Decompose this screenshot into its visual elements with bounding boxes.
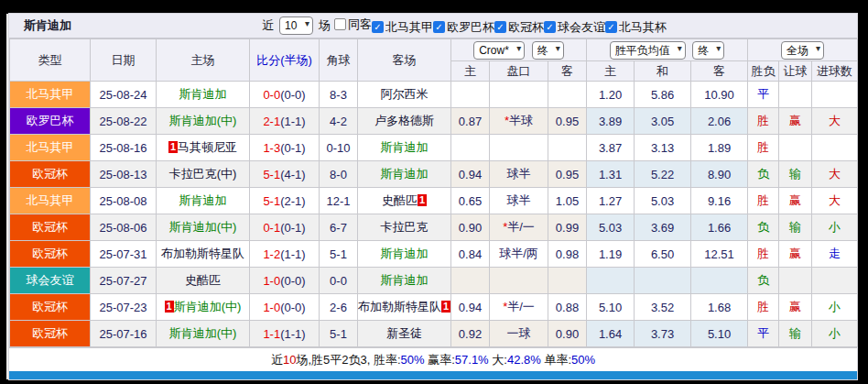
ah-result-cell: 赢: [779, 188, 812, 214]
matches-table: 类型 日期 主场 比分(半场) 角球 客场 Crow* 终 胜平负均值 终 全场: [9, 38, 858, 347]
filter-checkbox-label: 同客: [348, 16, 372, 33]
match-row: 北马其甲25-08-24斯肯迪加0-0(0-0)8-3阿尔西米1.205.861…: [10, 82, 858, 108]
match-history-panel: 斯肯迪加 近 10 场 同客✓北马其甲✓欧罗巴杯✓欧冠杯✓球会友谊✓北马其杯 类…: [9, 14, 857, 379]
checked-checkbox-icon[interactable]: ✓: [494, 21, 506, 33]
recent-label: 近: [262, 17, 274, 34]
score-cell: 0-0(0-0): [250, 82, 320, 108]
date-cell: 25-08-13: [91, 161, 157, 188]
filter-checkbox-item[interactable]: ✓北马其杯: [605, 19, 667, 36]
corner-cell: 8-0: [320, 161, 358, 188]
ah-home-odds-cell: 0.92: [451, 321, 490, 347]
ah-home-odds-cell: 0.94: [451, 294, 490, 321]
mean-odds-select[interactable]: 胜平负均值: [610, 41, 686, 60]
mean-home-odds-cell: 1.31: [587, 161, 635, 188]
mean-home-odds-cell: 3.89: [587, 108, 635, 135]
filter-checkbox-label: 欧冠杯: [508, 19, 544, 36]
odds-company-select[interactable]: Crow*: [473, 41, 525, 60]
mean-draw-odds-cell: 3.05: [635, 108, 691, 135]
sub-header-goals: 进球数: [812, 61, 858, 82]
mean-away-odds-cell: 2.06: [691, 108, 748, 135]
home-team-cell: 斯肯迪加(中): [157, 108, 250, 135]
away-team-cell: 斯肯迪加: [358, 268, 451, 294]
unchecked-checkbox-icon[interactable]: [334, 18, 346, 30]
away-team-cell: 阿尔西米: [358, 82, 451, 108]
filter-checkbox-item[interactable]: ✓欧罗巴杯: [433, 19, 494, 36]
result-cell: 负: [748, 268, 779, 294]
sub-header-ah-result: 让球: [779, 61, 812, 82]
matches-count-select-wrap: 10: [279, 16, 313, 35]
home-team-cell: 卡拉巴克(中): [157, 161, 250, 188]
filter-checkbox-item[interactable]: ✓欧冠杯: [494, 19, 544, 36]
result-cell: 胜: [748, 108, 779, 135]
league-cell: 北马其甲: [10, 82, 91, 108]
summary-segment: 10: [283, 353, 296, 367]
ah-result-cell: 赢: [779, 294, 812, 321]
col-header-home: 主场: [157, 39, 250, 82]
checked-checkbox-icon[interactable]: ✓: [544, 21, 556, 33]
score-cell: 1-2(1-1): [250, 241, 320, 268]
mean-away-odds-cell: [691, 268, 748, 294]
ah-result-cell: 输: [779, 321, 812, 347]
mean-away-odds-cell: 1.68: [691, 294, 748, 321]
corner-cell: 0-0: [320, 268, 358, 294]
mean-home-odds-cell: [587, 268, 635, 294]
matches-count-select[interactable]: 10: [279, 16, 313, 35]
checked-checkbox-icon[interactable]: ✓: [433, 21, 445, 33]
odds-stage1-select[interactable]: 终: [532, 41, 564, 60]
odds-stage2-select[interactable]: 终: [692, 41, 724, 60]
goals-result-cell: [812, 135, 858, 161]
sub-header-mean-draw: 和: [635, 61, 691, 82]
handicap-cell: *半/一: [490, 214, 548, 241]
checked-checkbox-icon[interactable]: ✓: [605, 21, 617, 33]
away-team-cell: 史酷匹1: [358, 188, 451, 214]
mean-home-odds-cell: 1.19: [587, 241, 635, 268]
filter-checkbox-item[interactable]: 同客: [334, 16, 372, 33]
ah-home-odds-cell: 0.87: [451, 108, 490, 135]
corner-cell: 12-1: [320, 188, 358, 214]
score-cell: 1-1(1-1): [250, 321, 320, 347]
score-cell: 5-1(4-1): [250, 161, 320, 188]
page-title: 斯肯迪加: [9, 17, 71, 34]
filter-checkbox-item[interactable]: ✓球会友谊: [544, 19, 605, 36]
ah-away-odds-cell: 0.88: [548, 294, 587, 321]
score-cell: 1-0(0-0): [250, 294, 320, 321]
ah-home-odds-cell: [451, 135, 490, 161]
handicap-cell: 一球: [490, 321, 548, 347]
home-team-cell: 斯肯迪加: [157, 188, 250, 214]
col-header-score: 比分(半场): [250, 39, 320, 82]
ah-home-odds-cell: 0.94: [451, 161, 490, 188]
ah-home-odds-cell: 0.65: [451, 188, 490, 214]
mean-draw-odds-cell: 5.03: [635, 188, 691, 214]
ah-home-odds-cell: [451, 82, 490, 108]
handicap-cell: [490, 82, 548, 108]
match-row: 欧冠杯25-08-06斯肯迪加(中)0-1(0-1)6-7卡拉巴克0.90*半/…: [10, 214, 858, 241]
odds-stage1-select-wrap: 终: [532, 41, 564, 60]
league-cell: 欧冠杯: [10, 321, 91, 347]
summary-bar: 近10场,胜5平2负3, 胜率:50% 赢率:57.1% 大:42.8% 单率:…: [9, 347, 857, 371]
summary-segment: 单率:: [541, 353, 571, 367]
date-cell: 25-07-23: [91, 294, 157, 321]
mean-draw-odds-cell: 3.69: [635, 214, 691, 241]
home-team-cell: 1马其顿尼亚: [157, 135, 250, 161]
mean-away-odds-cell: 9.16: [691, 188, 748, 214]
goals-result-cell: 走: [812, 241, 858, 268]
handicap-cell: [490, 135, 548, 161]
league-cell: 欧冠杯: [10, 161, 91, 188]
mean-away-odds-cell: 1.66: [691, 214, 748, 241]
mean-away-odds-cell: 5.10: [691, 321, 748, 347]
col-header-date: 日期: [91, 39, 157, 82]
filter-checkbox-item[interactable]: ✓北马其甲: [372, 19, 433, 36]
summary-segment: 近: [271, 353, 283, 367]
ah-result-cell: 输: [779, 161, 812, 188]
corner-cell: 0-10: [320, 135, 358, 161]
blue-bottom-bar: [9, 371, 857, 379]
mean-draw-odds-cell: 5.22: [635, 161, 691, 188]
away-team-cell: 卢多格德斯: [358, 108, 451, 135]
checked-checkbox-icon[interactable]: ✓: [372, 21, 384, 33]
handicap-cell: 球半: [490, 188, 548, 214]
filter-checkbox-label: 欧罗巴杯: [447, 19, 494, 36]
away-team-cell: 斯肯迪加: [358, 241, 451, 268]
handicap-cell: *半/一: [490, 294, 548, 321]
scope-select[interactable]: 全场: [781, 41, 824, 60]
mean-home-odds-cell: 5.10: [587, 294, 635, 321]
